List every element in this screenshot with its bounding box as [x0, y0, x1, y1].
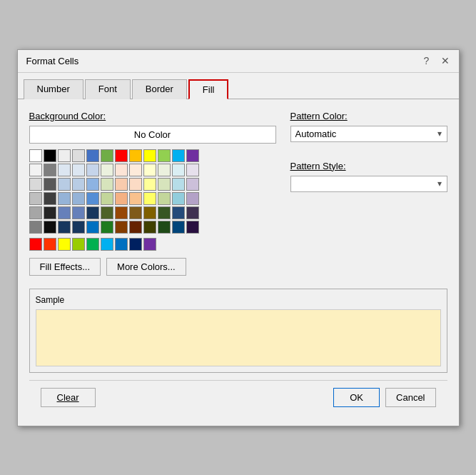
color-cell[interactable] [29, 149, 42, 162]
color-row [29, 149, 276, 162]
color-cell[interactable] [143, 178, 156, 191]
color-cell[interactable] [172, 192, 185, 205]
color-cell[interactable] [72, 192, 85, 205]
color-cell[interactable] [129, 164, 142, 176]
color-cell[interactable] [86, 164, 99, 176]
color-cell[interactable] [44, 164, 56, 176]
color-cell[interactable] [72, 221, 85, 234]
color-cell[interactable] [186, 192, 199, 205]
color-cell[interactable] [101, 192, 113, 205]
color-cell[interactable] [158, 192, 171, 205]
accent-color-cell[interactable] [101, 238, 113, 251]
color-cell[interactable] [129, 178, 142, 191]
color-cell[interactable] [58, 149, 71, 162]
color-cell[interactable] [29, 221, 42, 234]
color-cell[interactable] [158, 221, 171, 234]
color-cell[interactable] [72, 206, 85, 219]
more-colors-button[interactable]: More Colors... [106, 258, 186, 276]
color-cell[interactable] [115, 206, 128, 219]
title-bar: Format Cells ? ✕ [18, 50, 459, 73]
accent-color-cell[interactable] [44, 238, 56, 251]
color-cell[interactable] [58, 206, 71, 219]
color-cell[interactable] [44, 192, 56, 205]
tab-border[interactable]: Border [132, 79, 187, 99]
color-cell[interactable] [186, 206, 199, 219]
color-cell[interactable] [115, 164, 128, 176]
color-cell[interactable] [172, 149, 185, 162]
pattern-color-dropdown[interactable]: Automatic [290, 126, 447, 142]
color-cell[interactable] [72, 149, 85, 162]
color-cell[interactable] [129, 192, 142, 205]
color-cell[interactable] [86, 178, 99, 191]
color-cell[interactable] [86, 206, 99, 219]
color-cell[interactable] [129, 221, 142, 234]
color-cell[interactable] [86, 192, 99, 205]
color-cell[interactable] [29, 192, 42, 205]
cancel-button[interactable]: Cancel [385, 388, 435, 407]
color-cell[interactable] [143, 192, 156, 205]
color-cell[interactable] [186, 149, 199, 162]
color-cell[interactable] [143, 206, 156, 219]
color-cell[interactable] [115, 192, 128, 205]
pattern-color-dropdown-wrapper: Automatic [290, 126, 447, 142]
color-cell[interactable] [44, 206, 56, 219]
sample-section: Sample [29, 289, 447, 373]
fill-effects-button[interactable]: Fill Effects... [29, 258, 101, 276]
color-cell[interactable] [29, 164, 42, 176]
tab-fill[interactable]: Fill [188, 79, 229, 99]
no-color-button[interactable]: No Color [29, 126, 276, 144]
help-button[interactable]: ? [419, 53, 435, 69]
color-cell[interactable] [101, 178, 113, 191]
color-cell[interactable] [101, 206, 113, 219]
color-cell[interactable] [72, 164, 85, 176]
color-cell[interactable] [58, 164, 71, 176]
color-cell[interactable] [86, 221, 99, 234]
color-cell[interactable] [101, 221, 113, 234]
color-cell[interactable] [44, 221, 56, 234]
close-button[interactable]: ✕ [437, 53, 453, 69]
accent-color-cell[interactable] [29, 238, 42, 251]
color-cell[interactable] [158, 178, 171, 191]
color-cell[interactable] [186, 221, 199, 234]
color-cell[interactable] [29, 206, 42, 219]
color-cell[interactable] [58, 221, 71, 234]
pattern-style-dropdown[interactable] [290, 176, 447, 192]
accent-color-cell[interactable] [129, 238, 142, 251]
color-cell[interactable] [101, 149, 113, 162]
accent-color-cell[interactable] [58, 238, 71, 251]
color-cell[interactable] [115, 221, 128, 234]
color-cell[interactable] [186, 164, 199, 176]
color-cell[interactable] [172, 221, 185, 234]
color-cell[interactable] [172, 164, 185, 176]
color-cell[interactable] [115, 178, 128, 191]
accent-color-cell[interactable] [143, 238, 156, 251]
color-cell[interactable] [115, 149, 128, 162]
color-cell[interactable] [44, 149, 56, 162]
color-cell[interactable] [143, 221, 156, 234]
color-cell[interactable] [86, 149, 99, 162]
color-cell[interactable] [158, 164, 171, 176]
color-cell[interactable] [58, 192, 71, 205]
color-cell[interactable] [72, 178, 85, 191]
color-cell[interactable] [172, 206, 185, 219]
background-color-label: Background Color: [29, 111, 276, 121]
color-cell[interactable] [44, 178, 56, 191]
tab-font[interactable]: Font [85, 79, 131, 99]
color-cell[interactable] [186, 178, 199, 191]
color-cell[interactable] [158, 149, 171, 162]
accent-color-cell[interactable] [115, 238, 128, 251]
tab-number[interactable]: Number [24, 79, 83, 99]
color-cell[interactable] [129, 149, 142, 162]
color-cell[interactable] [29, 178, 42, 191]
accent-color-cell[interactable] [72, 238, 85, 251]
color-cell[interactable] [172, 178, 185, 191]
color-cell[interactable] [143, 164, 156, 176]
color-cell[interactable] [158, 206, 171, 219]
color-cell[interactable] [58, 178, 71, 191]
ok-button[interactable]: OK [333, 388, 380, 407]
accent-color-cell[interactable] [86, 238, 99, 251]
color-cell[interactable] [101, 164, 113, 176]
color-cell[interactable] [129, 206, 142, 219]
clear-button[interactable]: Clear [41, 388, 96, 407]
color-cell[interactable] [143, 149, 156, 162]
